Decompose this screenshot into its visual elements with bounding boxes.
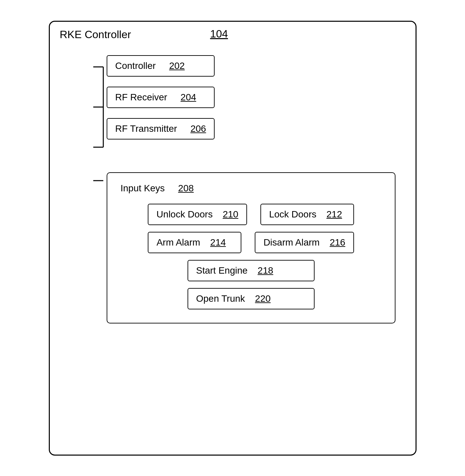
keys-row-1: Unlock Doors 210 Lock Doors 212 bbox=[148, 204, 354, 225]
arm-alarm-number: 214 bbox=[210, 237, 226, 248]
keys-grid: Unlock Doors 210 Lock Doors 212 Arm bbox=[121, 204, 381, 309]
keys-row-3: Start Engine 218 bbox=[188, 260, 315, 281]
input-keys-section: Input Keys 208 Unlock Doors 210 Lock Doo… bbox=[90, 169, 395, 323]
input-keys-label: Input Keys bbox=[121, 183, 165, 194]
inner-components: Controller 202 RF Receiver 204 RF Transm… bbox=[70, 55, 395, 323]
unlock-doors-label: Unlock Doors bbox=[156, 209, 213, 220]
rf-transmitter-number: 206 bbox=[191, 123, 206, 134]
disarm-alarm-box: Disarm Alarm 216 bbox=[255, 232, 354, 253]
rf-transmitter-label: RF Transmitter bbox=[115, 123, 177, 134]
input-keys-bracket-svg bbox=[90, 169, 107, 189]
rf-receiver-number: 204 bbox=[181, 92, 196, 103]
lock-doors-label: Lock Doors bbox=[269, 209, 317, 220]
lock-doors-box: Lock Doors 212 bbox=[260, 204, 354, 225]
rf-transmitter-box: RF Transmitter 206 bbox=[107, 118, 215, 139]
open-trunk-number: 220 bbox=[255, 293, 271, 304]
rke-controller-number: 104 bbox=[210, 28, 228, 40]
bracket-svg bbox=[90, 55, 107, 159]
start-engine-box: Start Engine 218 bbox=[188, 260, 315, 281]
disarm-alarm-number: 216 bbox=[330, 237, 345, 248]
rke-controller-box: RKE Controller 104 Controller bbox=[49, 21, 417, 456]
open-trunk-label: Open Trunk bbox=[196, 293, 245, 304]
keys-row-4: Open Trunk 220 bbox=[188, 288, 315, 309]
controller-number: 202 bbox=[169, 61, 185, 71]
controller-label: Controller bbox=[115, 61, 156, 71]
rf-receiver-label: RF Receiver bbox=[115, 92, 167, 103]
unlock-doors-number: 210 bbox=[223, 209, 238, 220]
page-wrapper: RKE Controller 104 Controller bbox=[0, 0, 465, 476]
start-engine-number: 218 bbox=[258, 265, 273, 276]
rf-receiver-box: RF Receiver 204 bbox=[107, 87, 215, 108]
unlock-doors-box: Unlock Doors 210 bbox=[148, 204, 247, 225]
rke-controller-label: RKE Controller bbox=[60, 28, 131, 41]
input-keys-header: Input Keys 208 bbox=[121, 183, 381, 194]
input-keys-number: 208 bbox=[178, 183, 194, 194]
open-trunk-box: Open Trunk 220 bbox=[188, 288, 315, 309]
bracketed-components: Controller 202 RF Receiver 204 RF Transm… bbox=[90, 55, 395, 159]
arm-alarm-box: Arm Alarm 214 bbox=[148, 232, 241, 253]
controller-box: Controller 202 bbox=[107, 55, 215, 77]
lock-doors-number: 212 bbox=[327, 209, 342, 220]
start-engine-label: Start Engine bbox=[196, 265, 248, 276]
input-keys-box: Input Keys 208 Unlock Doors 210 Lock Doo… bbox=[107, 172, 395, 323]
keys-row-2: Arm Alarm 214 Disarm Alarm 216 bbox=[148, 232, 354, 253]
arm-alarm-label: Arm Alarm bbox=[156, 237, 200, 248]
component-boxes: Controller 202 RF Receiver 204 RF Transm… bbox=[107, 55, 215, 159]
disarm-alarm-label: Disarm Alarm bbox=[263, 237, 320, 248]
